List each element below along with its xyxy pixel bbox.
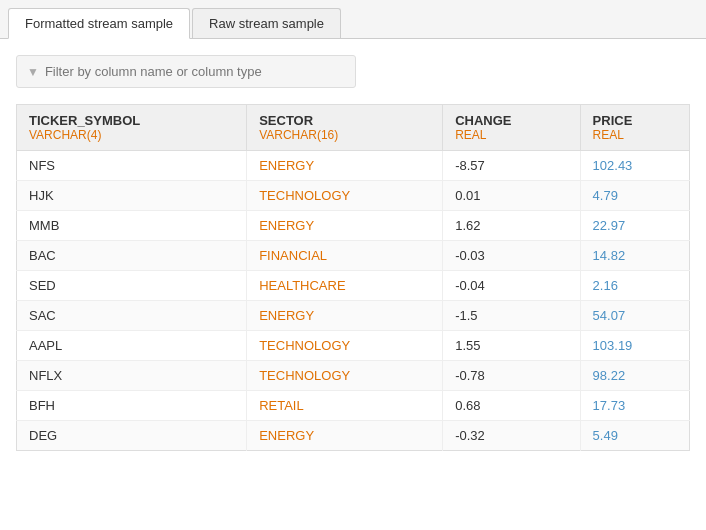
filter-icon: ▼ (27, 65, 39, 79)
table-row: HJKTECHNOLOGY0.014.79 (17, 181, 690, 211)
cell-price: 4.79 (580, 181, 689, 211)
header-row: TICKER_SYMBOL VARCHAR(4) SECTOR VARCHAR(… (17, 105, 690, 151)
cell-sector: HEALTHCARE (247, 271, 443, 301)
cell-price: 103.19 (580, 331, 689, 361)
tabs-container: Formatted stream sample Raw stream sampl… (0, 0, 706, 39)
cell-change: -1.5 (443, 301, 580, 331)
cell-change: 0.01 (443, 181, 580, 211)
tab-formatted[interactable]: Formatted stream sample (8, 8, 190, 39)
cell-sector: FINANCIAL (247, 241, 443, 271)
cell-sector: ENERGY (247, 211, 443, 241)
table-row: SACENERGY-1.554.07 (17, 301, 690, 331)
cell-price: 2.16 (580, 271, 689, 301)
table-header: TICKER_SYMBOL VARCHAR(4) SECTOR VARCHAR(… (17, 105, 690, 151)
cell-ticker: NFLX (17, 361, 247, 391)
content-area: ▼ TICKER_SYMBOL VARCHAR(4) SECTOR VARCHA… (0, 39, 706, 467)
cell-price: 22.97 (580, 211, 689, 241)
cell-price: 17.73 (580, 391, 689, 421)
cell-sector: TECHNOLOGY (247, 361, 443, 391)
cell-change: -0.03 (443, 241, 580, 271)
tab-raw[interactable]: Raw stream sample (192, 8, 341, 38)
cell-ticker: DEG (17, 421, 247, 451)
cell-ticker: HJK (17, 181, 247, 211)
cell-change: 0.68 (443, 391, 580, 421)
table-row: BACFINANCIAL-0.0314.82 (17, 241, 690, 271)
cell-ticker: NFS (17, 151, 247, 181)
cell-change: 1.55 (443, 331, 580, 361)
cell-ticker: BAC (17, 241, 247, 271)
cell-sector: TECHNOLOGY (247, 331, 443, 361)
col-header-change: CHANGE REAL (443, 105, 580, 151)
cell-price: 5.49 (580, 421, 689, 451)
cell-sector: RETAIL (247, 391, 443, 421)
col-header-sector: SECTOR VARCHAR(16) (247, 105, 443, 151)
table-row: NFSENERGY-8.57102.43 (17, 151, 690, 181)
table-row: BFHRETAIL0.6817.73 (17, 391, 690, 421)
table-row: SEDHEALTHCARE-0.042.16 (17, 271, 690, 301)
cell-price: 98.22 (580, 361, 689, 391)
cell-price: 54.07 (580, 301, 689, 331)
cell-sector: ENERGY (247, 151, 443, 181)
cell-ticker: AAPL (17, 331, 247, 361)
col-header-ticker: TICKER_SYMBOL VARCHAR(4) (17, 105, 247, 151)
table-row: AAPLTECHNOLOGY1.55103.19 (17, 331, 690, 361)
cell-ticker: MMB (17, 211, 247, 241)
cell-ticker: SAC (17, 301, 247, 331)
cell-change: -0.32 (443, 421, 580, 451)
filter-input[interactable] (45, 64, 345, 79)
cell-ticker: SED (17, 271, 247, 301)
cell-change: -8.57 (443, 151, 580, 181)
filter-bar: ▼ (16, 55, 356, 88)
data-table: TICKER_SYMBOL VARCHAR(4) SECTOR VARCHAR(… (16, 104, 690, 451)
cell-sector: ENERGY (247, 301, 443, 331)
table-row: MMBENERGY1.6222.97 (17, 211, 690, 241)
cell-change: -0.78 (443, 361, 580, 391)
table-row: NFLXTECHNOLOGY-0.7898.22 (17, 361, 690, 391)
cell-change: 1.62 (443, 211, 580, 241)
table-body: NFSENERGY-8.57102.43HJKTECHNOLOGY0.014.7… (17, 151, 690, 451)
table-row: DEGENERGY-0.325.49 (17, 421, 690, 451)
col-header-price: PRICE REAL (580, 105, 689, 151)
cell-sector: TECHNOLOGY (247, 181, 443, 211)
cell-sector: ENERGY (247, 421, 443, 451)
cell-change: -0.04 (443, 271, 580, 301)
cell-price: 102.43 (580, 151, 689, 181)
cell-price: 14.82 (580, 241, 689, 271)
cell-ticker: BFH (17, 391, 247, 421)
